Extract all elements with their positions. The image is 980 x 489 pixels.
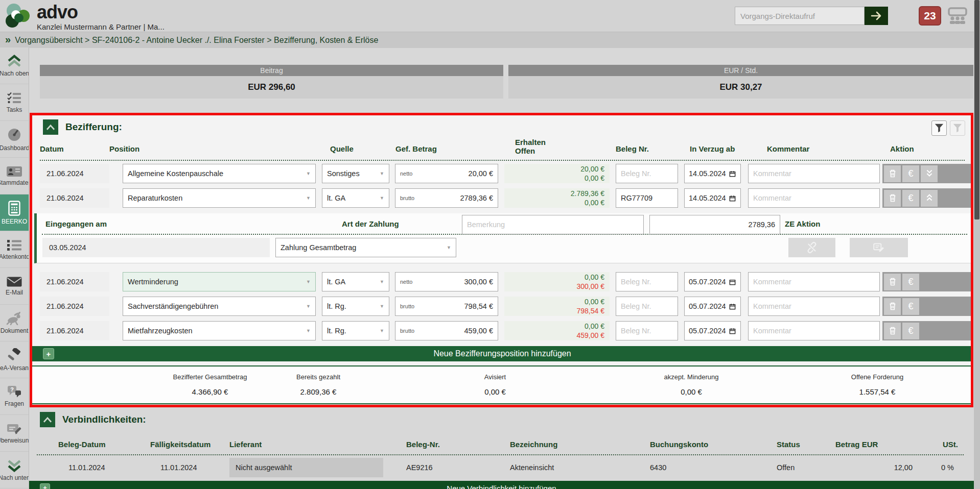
payment-row-button[interactable]: € <box>902 298 919 315</box>
logo[interactable]: advo Kanzlei Mustermann & Partner | Ma..… <box>5 3 165 31</box>
divider <box>40 160 965 161</box>
payment-amount-input[interactable] <box>649 215 780 234</box>
quelle-select[interactable]: lt. Rg.▼ <box>322 297 389 316</box>
delete-row-button[interactable] <box>884 323 901 339</box>
team-button[interactable] <box>945 7 970 25</box>
betrag-field[interactable]: netto300,00 € <box>395 272 498 291</box>
quelle-select[interactable]: lt. GA▼ <box>322 188 389 208</box>
beleg-nr-input[interactable] <box>616 272 678 291</box>
edit-note-button[interactable] <box>850 238 908 257</box>
beleg-nr-value: AE9216 <box>406 457 433 478</box>
scrollbar[interactable] <box>974 0 980 489</box>
sidebar-item-label: Überweisung <box>0 437 29 444</box>
payment-row-button[interactable]: € <box>902 165 919 182</box>
beleg-nr-input[interactable] <box>616 164 678 183</box>
sidebar-item-dashboard[interactable]: Dashboard <box>0 121 29 158</box>
sidebar-item-aktenkonto[interactable]: Aktenkonto <box>0 231 29 268</box>
kommentar-input[interactable] <box>748 272 880 291</box>
breadcrumb-text[interactable]: Vorgangsübersicht > SF-240106-2 - Antoin… <box>15 36 378 45</box>
sidebar-item-label: BEERKO <box>2 218 27 225</box>
summary-box-eur-std: EUR / Std. EUR 30,27 <box>508 65 973 99</box>
unlink-payment-button[interactable] <box>788 238 835 257</box>
delete-row-button[interactable] <box>884 298 901 315</box>
bezifferung-row: 21.06.2024 Reparaturkosten▼ lt. GA▼ brut… <box>32 187 972 209</box>
delete-row-button[interactable] <box>884 274 901 290</box>
betrag-field[interactable]: netto20,00 € <box>395 164 498 183</box>
verzug-date-input[interactable]: 05.07.2024 <box>684 272 741 291</box>
verzug-date-input[interactable]: 05.07.2024 <box>684 297 741 316</box>
scrollbar-thumb[interactable] <box>974 0 979 219</box>
sidebar-item-tasks[interactable]: Tasks <box>0 84 29 121</box>
position-select[interactable]: Allgemeine Kostenpauschale▼ <box>123 164 316 183</box>
sidebar-item-beerko[interactable]: BEERKO <box>0 194 29 231</box>
calendar-badge[interactable]: 23 <box>919 6 941 26</box>
position-select[interactable]: Mietfahrzeugkosten▼ <box>123 321 316 340</box>
verzug-date-input[interactable]: 05.07.2024 <box>684 321 741 340</box>
sidebar-item-nach-oben[interactable]: Nach oben <box>0 47 29 84</box>
betrag-field[interactable]: brutto2789,36 € <box>395 188 498 208</box>
payment-type-select[interactable]: Zahlung Gesamtbetrag▼ <box>275 238 456 257</box>
betrag-field[interactable]: brutto459,00 € <box>395 321 498 340</box>
sidebar-item-email[interactable]: E-Mail <box>0 268 29 305</box>
payment-row-button[interactable]: € <box>902 274 919 290</box>
sidebar-item-label: beA-Versand <box>0 364 29 372</box>
datum-field[interactable]: 21.06.2024 <box>40 321 109 340</box>
position-select[interactable]: Sachverständigengebühren▼ <box>123 297 316 316</box>
sidebar-item-dokument[interactable]: Dokument <box>0 305 29 341</box>
beleg-nr-input[interactable] <box>616 297 678 316</box>
calendar-icon <box>729 278 736 286</box>
quelle-value: lt. GA <box>327 278 345 286</box>
datum-field[interactable]: 21.06.2024 <box>40 272 109 291</box>
payment-header-ze-aktion: ZE Aktion <box>785 219 820 228</box>
direct-call-input[interactable] <box>735 7 865 25</box>
delete-row-button[interactable] <box>884 165 901 182</box>
position-select[interactable]: Wertminderung▼ <box>123 272 316 291</box>
betrag-field[interactable]: brutto798,54 € <box>395 297 498 316</box>
betrag-value: 798,54 € <box>464 302 493 310</box>
quelle-select[interactable]: Sonstiges▼ <box>322 164 389 183</box>
verzug-date-input[interactable]: 14.05.2024 <box>684 188 741 208</box>
sidebar-item-nach-unten[interactable]: Nach unten <box>0 452 29 488</box>
filter-clear-button[interactable] <box>950 120 965 136</box>
sidebar-item-ueberweisung[interactable]: Überweisung <box>0 415 29 452</box>
collapse-payments-button[interactable] <box>921 190 938 207</box>
delete-row-button[interactable] <box>884 190 901 207</box>
datum-field[interactable]: 21.06.2024 <box>40 297 109 316</box>
plus-icon[interactable]: + <box>40 483 50 489</box>
plus-icon[interactable]: + <box>43 348 54 359</box>
sidebar-item-bea-versand[interactable]: beA-Versand <box>0 341 29 378</box>
payment-note-input[interactable] <box>462 215 644 234</box>
lieferant-select[interactable]: Nicht ausgewählt <box>229 458 383 477</box>
add-verbindlichkeit-bar[interactable]: + Neue Verbindlichkeit hinzufügen <box>29 481 974 489</box>
logo-text: advo Kanzlei Mustermann & Partner | Ma..… <box>37 3 165 31</box>
kommentar-input[interactable] <box>748 321 880 340</box>
total-value: 0,00 € <box>664 387 719 396</box>
datum-value: 21.06.2024 <box>46 194 84 202</box>
collapse-verbindlichkeiten-button[interactable] <box>40 412 55 427</box>
sidebar-item-stammdaten[interactable]: Stammdaten <box>0 158 29 194</box>
filter-button[interactable] <box>931 120 947 136</box>
erhalten-value: 0,00 € <box>585 273 604 282</box>
kommentar-input[interactable] <box>748 297 880 316</box>
euro-icon: € <box>908 326 913 336</box>
question-mark-glyph: ? <box>10 386 14 393</box>
expand-payments-button[interactable] <box>921 165 938 182</box>
payment-row-button[interactable]: € <box>902 323 919 339</box>
datum-field[interactable]: 21.06.2024 <box>40 164 109 183</box>
payment-date-value: 03.05.2024 <box>49 243 86 252</box>
payment-date-field[interactable]: 03.05.2024 <box>42 238 270 257</box>
add-bezifferung-bar[interactable]: + Neue Bezifferungsposition hinzufügen <box>32 346 972 361</box>
direct-call-submit-button[interactable] <box>865 7 888 25</box>
kommentar-input[interactable] <box>748 188 880 208</box>
beleg-nr-input[interactable] <box>616 188 678 208</box>
verzug-date-input[interactable]: 14.05.2024 <box>684 164 741 183</box>
kommentar-input[interactable] <box>748 164 880 183</box>
quelle-select[interactable]: lt. GA▼ <box>322 272 389 291</box>
beleg-nr-input[interactable] <box>616 321 678 340</box>
payment-row-button[interactable]: € <box>902 190 919 207</box>
sidebar-item-fragen[interactable]: ? Fragen <box>0 378 29 415</box>
datum-field[interactable]: 21.06.2024 <box>40 188 109 208</box>
collapse-bezifferung-button[interactable] <box>43 119 58 135</box>
position-select[interactable]: Reparaturkosten▼ <box>123 188 316 208</box>
quelle-select[interactable]: lt. Rg.▼ <box>322 321 389 340</box>
